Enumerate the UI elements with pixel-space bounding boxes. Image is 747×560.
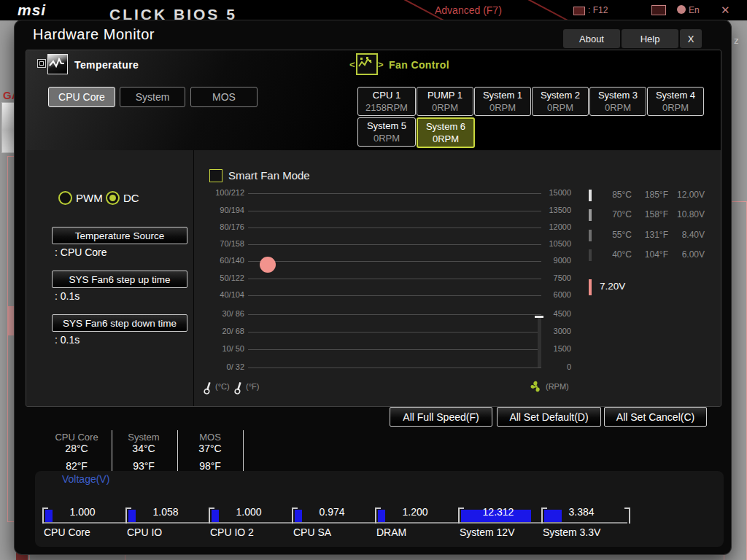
temp-tab-cpu-core[interactable]: CPU Core [48, 87, 115, 107]
gridline [248, 228, 541, 228]
fan-name: System 5 [367, 120, 406, 132]
fan-button-system1[interactable]: System 1 0RPM [474, 87, 531, 116]
all-set-cancel-button[interactable]: All Set Cancel(C) [604, 407, 707, 427]
temp-tick: 80/176 [201, 222, 244, 231]
status-system: System 34°C 93°F [111, 432, 177, 472]
threshold-c: 40°C [600, 249, 632, 260]
threshold-v: 6.00V [671, 249, 705, 260]
fan-name: System 4 [656, 89, 695, 101]
fan-button-system3[interactable]: System 3 0RPM [589, 87, 646, 116]
status-celsius: 34°C [111, 443, 177, 454]
close-button[interactable]: X [680, 29, 702, 48]
voltage-value: 3.384 [541, 506, 622, 518]
voltage-item-cpu-io2: 1.000CPU IO 2 [209, 503, 292, 545]
rpm-label: (RPM) [546, 382, 569, 391]
voltage-item-system-3v3: 3.384System 3.3V [541, 503, 624, 545]
fan-button-system6[interactable]: System 6 0RPM [417, 117, 475, 148]
temp-tick: 50/122 [201, 273, 244, 282]
fan-control-next-icon[interactable]: > [378, 59, 384, 70]
voltage-label: CPU IO 2 [210, 526, 254, 538]
rpm-tick: 3000 [541, 327, 571, 335]
smart-fan-checkbox[interactable] [209, 169, 222, 182]
status-fahrenheit: 93°F [111, 460, 177, 472]
threshold-f: 185°F [636, 190, 668, 200]
temp-tick: 100/212 [201, 188, 244, 197]
voltage-label: System 12V [460, 526, 514, 538]
fan-speed-slider-handle[interactable] [535, 316, 543, 318]
fan-control-prev-icon[interactable]: < [349, 59, 355, 70]
status-fahrenheit: 98°F [177, 460, 243, 472]
voltage-value: 12.312 [458, 506, 538, 518]
threshold-c: 55°C [600, 230, 632, 240]
screenshot-icon [573, 7, 585, 15]
threshold-v: 8.40V [671, 230, 705, 240]
threshold-v: 12.00V [671, 190, 705, 200]
fan-rpm: 2158RPM [365, 101, 408, 114]
threshold-c: 85°C [600, 190, 632, 200]
monitor-icon [651, 5, 666, 15]
mini-checkbox-icon [37, 59, 46, 68]
all-set-default-button[interactable]: All Set Default(D) [497, 407, 601, 427]
fan-button-system5[interactable]: System 5 0RPM [357, 117, 416, 147]
advanced-mode-label: Advanced (F7) [435, 4, 502, 16]
graph-row: 0/ 320 [26, 362, 721, 373]
fan-speed-slider-track[interactable] [538, 317, 541, 368]
fan-button-system4[interactable]: System 4 0RPM [647, 87, 704, 116]
temp-tab-system[interactable]: System [120, 87, 185, 107]
voltage-value: 1.000 [209, 506, 289, 518]
top-bar: msi CLICK BIOS 5 Advanced (F7) : F12 En … [0, 0, 747, 20]
rpm-tick: 1500 [541, 344, 571, 353]
dialog-title: Hardware Monitor [33, 26, 155, 43]
help-button[interactable]: Help [622, 29, 678, 48]
fan-button-pump1[interactable]: PUMP 1 0RPM [417, 87, 473, 116]
fan-name: System 3 [598, 89, 638, 101]
language-label: En [689, 5, 700, 15]
temp-tick: 0/ 32 [201, 362, 244, 371]
about-button[interactable]: About [563, 29, 620, 48]
fan-button-system2[interactable]: System 2 0RPM [532, 87, 589, 116]
voltage-value: 1.200 [375, 506, 455, 518]
divider [243, 430, 244, 475]
voltage-label: DRAM [376, 526, 406, 538]
voltage-panel: Voltage(V) 1.000CPU Core 1.058CPU IO 1.0… [35, 471, 724, 547]
msi-logo: msi [18, 1, 46, 19]
voltage-item-dram: 1.200DRAM [375, 503, 458, 545]
fan-name: System 2 [541, 89, 580, 101]
rpm-tick: 9000 [541, 256, 571, 265]
fahrenheit-label: (°F) [246, 382, 259, 391]
fan-curve-slider-handle[interactable] [260, 257, 276, 273]
temp-tick: 40/104 [201, 290, 244, 299]
hardware-monitor-dialog: Hardware Monitor About Help X Temperatur… [15, 20, 731, 554]
status-fahrenheit: 82°F [44, 460, 109, 472]
language-icon [677, 5, 686, 14]
status-label: MOS [177, 432, 243, 443]
threshold-c: 70°C [600, 209, 632, 219]
section-header-band: Temperature CPU Core System MOS < > Fan … [26, 50, 721, 150]
voltage-item-cpu-core: 1.000CPU Core [42, 503, 125, 545]
fan-rpm: 0RPM [432, 101, 458, 114]
gridline [248, 349, 541, 350]
background-fragment: z [734, 35, 739, 46]
graph-row: 30/ 864500 [26, 308, 721, 320]
threshold-bar [589, 230, 592, 241]
fan-rpm: 0RPM [433, 133, 459, 145]
temp-tick: 30/ 86 [201, 309, 244, 318]
graph-row: 70/15810500 [26, 238, 721, 250]
gridline [248, 193, 541, 194]
divider [177, 430, 178, 475]
fan-button-cpu1[interactable]: CPU 1 2158RPM [357, 87, 416, 116]
fan-name: System 6 [426, 120, 465, 133]
status-celsius: 37°C [177, 443, 243, 454]
temp-tab-mos[interactable]: MOS [190, 87, 258, 107]
threshold-v: 10.80V [671, 209, 705, 219]
fan-name: System 1 [483, 89, 522, 101]
gridline [248, 211, 541, 211]
status-label: System [111, 432, 177, 443]
status-label: CPU Core [44, 432, 109, 443]
rpm-tick: 10500 [541, 239, 571, 248]
fan-control-icon [356, 53, 378, 75]
fan-rpm: 0RPM [605, 101, 631, 114]
temperature-graph-icon [47, 54, 68, 74]
all-full-speed-button[interactable]: All Full Speed(F) [390, 407, 492, 427]
voltage-label: CPU Core [44, 526, 90, 538]
